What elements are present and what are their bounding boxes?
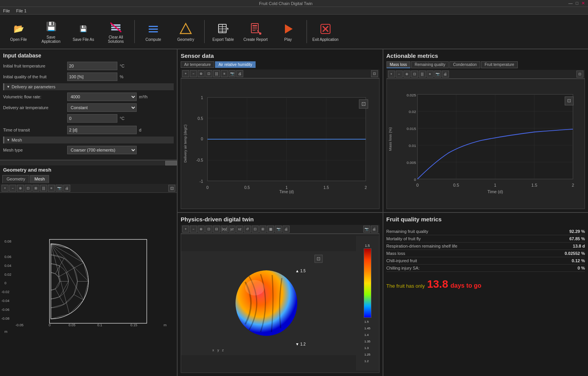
twin-print2[interactable]: 🖨 — [371, 226, 378, 233]
menu-file1[interactable]: File 1 — [16, 8, 27, 13]
geo-labels[interactable]: ≡ — [48, 185, 55, 192]
sensor-expand[interactable]: ⊡ — [371, 70, 378, 77]
metrics-tab-condensation[interactable]: Condensation — [449, 61, 480, 68]
metric-ml-value: 0.02552 % — [564, 251, 585, 256]
scroll-thumb[interactable] — [165, 161, 177, 165]
svg-point-132 — [236, 270, 297, 336]
metrics-tab-quality[interactable]: Remaining quality — [411, 61, 449, 68]
sensor-zoom-in[interactable]: + — [182, 70, 189, 77]
geo-axes[interactable]: ⊞ — [32, 185, 39, 192]
transit-input[interactable] — [67, 126, 137, 134]
actionable-expand[interactable]: ⊡ — [576, 71, 583, 78]
actionable-camera[interactable]: 📷 — [434, 71, 441, 78]
open-file-icon: 📂 — [12, 22, 25, 36]
tab-mesh[interactable]: Mesh — [30, 175, 49, 183]
actionable-zoom-in[interactable]: + — [388, 71, 395, 78]
geo-grid[interactable]: ||| — [40, 185, 47, 192]
geo-zoom-in[interactable]: + — [2, 185, 8, 192]
sensor-camera[interactable]: 📷 — [229, 70, 236, 77]
actionable-zoom-out[interactable]: − — [396, 71, 403, 78]
save-file-as-button[interactable]: 💾 Save File As — [68, 16, 99, 47]
volumetric-flow-select[interactable]: 4000 2000 6000 — [67, 93, 137, 101]
colorbar-max-label: 1.5 — [365, 244, 370, 248]
menu-file[interactable]: File — [3, 8, 10, 13]
sensor-zoom-out[interactable]: − — [190, 70, 197, 77]
twin-axes[interactable]: ⊡ — [205, 226, 212, 233]
twin-view2[interactable]: |xy| — [221, 226, 228, 233]
geo-fit[interactable]: ⊡ — [25, 185, 32, 192]
bottom-right: Physics-driven digital twin + − ⊕ ⊡ ⊟ |x… — [178, 213, 588, 376]
twin-wireframe[interactable]: ⊞ — [259, 226, 266, 233]
twin-camera2[interactable]: 📷 — [363, 226, 370, 233]
twin-pan[interactable]: ⊕ — [198, 226, 205, 233]
actionable-axes[interactable]: ⊡ — [411, 71, 418, 78]
metric-ci-label: Chill-injured fruit — [386, 258, 417, 263]
metrics-tab-fruittemp[interactable]: Fruit temperature — [481, 61, 518, 68]
sensor-tab-humidity[interactable]: Air relative humidity — [215, 61, 256, 68]
geometry-button[interactable]: Geometry — [170, 16, 201, 47]
svg-text:⊡: ⊡ — [361, 101, 366, 107]
metrics-tab-massloss[interactable]: Mass loss — [386, 61, 410, 68]
geo-print[interactable]: 🖨 — [63, 185, 70, 192]
play-button[interactable]: Play — [273, 16, 303, 47]
compute-button[interactable]: Compute — [138, 16, 169, 47]
export-table-button[interactable]: Export Table — [208, 16, 239, 47]
actionable-grid[interactable]: ||| — [419, 71, 426, 78]
twin-view4[interactable]: xz — [236, 226, 243, 233]
svg-rect-4 — [149, 26, 158, 27]
svg-text:▼ 1.2: ▼ 1.2 — [295, 342, 306, 346]
fruit-msg-suffix: days to go — [451, 282, 481, 289]
save-file-as-icon: 💾 — [76, 22, 90, 36]
geo-expand[interactable]: ⊡ — [168, 185, 175, 192]
geometry-icon — [179, 22, 193, 36]
geo-zoom-out[interactable]: − — [9, 185, 16, 192]
delivery-air-temp-select[interactable]: Constant Variable — [67, 103, 137, 112]
svg-text:2: 2 — [571, 183, 574, 187]
sensor-pan[interactable]: ⊕ — [198, 70, 205, 77]
sensor-tabs: Air temperature Air relative humidity — [181, 61, 380, 68]
twin-zoom-in[interactable]: + — [182, 226, 189, 233]
actionable-pan[interactable]: ⊕ — [403, 71, 410, 78]
window-controls[interactable]: —□✕ — [568, 1, 585, 6]
exit-application-button[interactable]: Exit Application — [310, 16, 341, 47]
actionable-metrics-title: Actionable metrics — [386, 52, 585, 59]
twin-perspective[interactable]: ⊡ — [252, 226, 259, 233]
initial-fruit-temp-input[interactable] — [67, 62, 117, 70]
sensor-grid[interactable]: ||| — [213, 70, 220, 77]
mesh-type-select[interactable]: Coarser (700 elements) Fine Finer — [67, 146, 137, 154]
titlebar: Fruit Cold Chain Digital Twin —□✕ — [0, 0, 588, 7]
actionable-print[interactable]: 🖨 — [442, 71, 449, 78]
sensor-print[interactable]: 🖨 — [236, 70, 243, 77]
metric-rq-label: Remaining fruit quality — [386, 229, 429, 234]
metric-ml-label: Mass loss — [386, 251, 405, 256]
svg-text:m: m — [164, 323, 167, 327]
sensor-tab-air-temp[interactable]: Air temperature — [181, 61, 214, 68]
twin-zoom-out[interactable]: − — [190, 226, 197, 233]
svg-text:-0.5: -0.5 — [196, 158, 203, 162]
metric-sl-value: 13.8 d — [573, 244, 585, 248]
geo-camera[interactable]: 📷 — [56, 185, 63, 192]
save-application-button[interactable]: 💾 Save Application — [36, 16, 66, 47]
metric-csa-label: Chilling injury SA: — [386, 266, 420, 270]
clear-solutions-button[interactable]: Clear All Solutions — [100, 16, 131, 47]
twin-surface[interactable]: ▦ — [267, 226, 274, 233]
delivery-air-temp-value-input[interactable] — [67, 114, 117, 123]
initial-quality-input[interactable] — [67, 73, 117, 81]
twin-rotate[interactable]: ↺ — [244, 226, 251, 233]
tab-geometry[interactable]: Geometry — [2, 175, 29, 183]
sensor-axes[interactable]: ⊡ — [205, 70, 212, 77]
actionable-labels[interactable]: ≡ — [427, 71, 434, 78]
svg-text:0: 0 — [416, 183, 419, 187]
main-content: Input database Initial fruit temperature… — [0, 49, 588, 376]
fruit-msg-prefix: The fruit has only — [386, 283, 425, 289]
left-panel-scrollbar[interactable] — [0, 160, 177, 165]
geo-pan[interactable]: ⊕ — [17, 185, 24, 192]
twin-view3[interactable]: yz — [229, 226, 236, 233]
open-file-button[interactable]: 📂 Open File — [3, 16, 34, 47]
twin-camera[interactable]: 📷 — [275, 226, 282, 233]
twin-view1[interactable]: ⊟ — [213, 226, 220, 233]
create-report-button[interactable]: Create Report — [240, 16, 271, 47]
sensor-labels[interactable]: ≡ — [221, 70, 228, 77]
svg-text:0.02: 0.02 — [408, 110, 416, 114]
twin-print[interactable]: 🖨 — [283, 226, 290, 233]
